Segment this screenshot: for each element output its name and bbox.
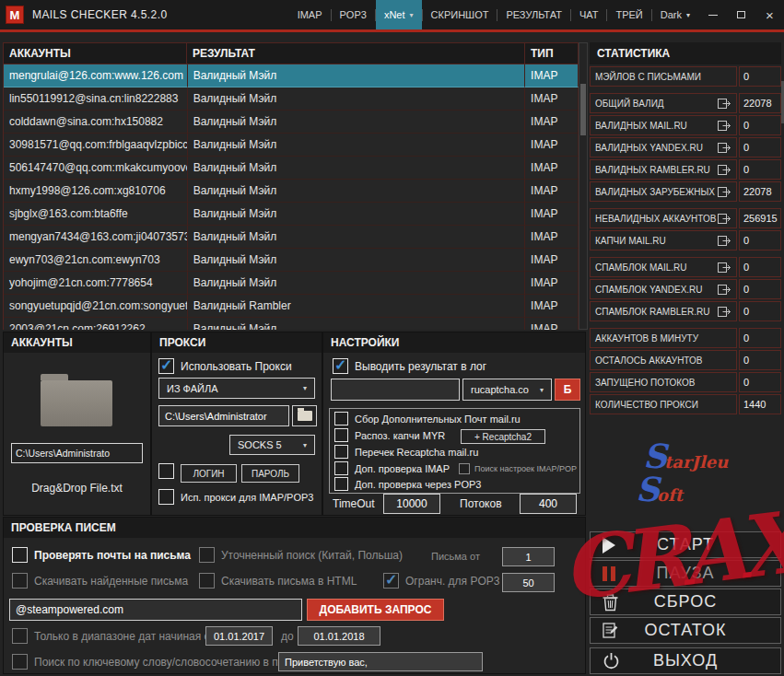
balance-button[interactable]: Б [555, 379, 580, 401]
menu-xnet-label: xNet [384, 9, 405, 20]
close-button[interactable]: × [755, 0, 784, 29]
export-icon[interactable] [718, 214, 731, 224]
pop3-limit-input[interactable] [502, 573, 555, 592]
captcha-service-select[interactable]: rucaptcha.co ▾ [462, 379, 552, 401]
download-letters-checkbox[interactable] [12, 573, 28, 589]
pause-button[interactable]: ПАУЗА [590, 560, 781, 587]
menu-screenshot[interactable]: СКРИНШОТ [423, 0, 497, 29]
export-icon[interactable] [718, 99, 731, 109]
captcha-key-input[interactable] [331, 379, 460, 401]
export-icon[interactable] [718, 307, 731, 317]
accounts-file-path[interactable]: C:\Users\Administrato [11, 443, 143, 463]
column-header-accounts[interactable]: АККАУНТЫ [3, 42, 187, 64]
stat-value: 0 [739, 230, 781, 251]
table-row[interactable]: yohojim@21cn.com:7778654Валидный МэйлIMA… [4, 272, 579, 295]
extra-check-pop3-checkbox[interactable] [334, 477, 348, 491]
table-row[interactable]: colddawn@sina.com:hx150882Валидный МэйлI… [4, 111, 579, 134]
add-query-button[interactable]: ДОБАВИТЬ ЗАПРОС [307, 599, 444, 621]
stat-value: 1440 [739, 394, 781, 414]
table-row[interactable]: ewyn703@21cn.com:ewyn703Валидный МэйлIMA… [4, 249, 579, 272]
table-row[interactable]: 506147470@qq.com:mkakcumyooveВалидный Мэ… [4, 157, 579, 180]
close-icon: × [766, 8, 774, 22]
minimize-button[interactable] [698, 0, 727, 29]
menu-chat[interactable]: ЧАТ [571, 0, 607, 29]
cell-account: ewyn703@21cn.com:ewyn703 [4, 249, 188, 272]
column-header-type[interactable]: ТИП [525, 42, 579, 64]
check-letters-checkbox[interactable] [12, 547, 28, 563]
stat-row: СПАМБЛОК YANDEX.RU0 [590, 279, 781, 299]
proxy-browse-button[interactable] [292, 405, 317, 426]
column-header-result[interactable]: РЕЗУЛЬТАТ [187, 42, 525, 64]
use-proxy-label: Использовать Прокси [181, 360, 292, 373]
pop3-limit-checkbox[interactable] [383, 573, 399, 589]
recheck-recaptcha-checkbox[interactable] [334, 445, 348, 459]
date-from-input[interactable] [205, 626, 273, 646]
table-row[interactable]: 2003@21cn.com:26912262Валидный МэйлIMAP [4, 318, 579, 330]
menu-result[interactable]: РЕЗУЛЬТАТ [497, 0, 569, 29]
threads-label: Потоков [460, 497, 502, 510]
search-settings-checkbox[interactable] [459, 463, 470, 474]
extra-check-imap-label: Доп. проверка IMAP [355, 463, 450, 474]
download-html-checkbox[interactable] [199, 573, 215, 589]
exit-button[interactable]: ВЫХОД [590, 647, 781, 674]
proxy-path-input[interactable] [158, 405, 289, 426]
export-icon[interactable] [718, 262, 731, 273]
reset-button[interactable]: СБРОС [590, 589, 781, 615]
table-scrollbar-thumb[interactable] [580, 84, 586, 135]
proxy-source-select[interactable]: ИЗ ФАЙЛА ▾ [158, 378, 315, 399]
date-to-input[interactable] [298, 626, 380, 646]
table-row[interactable]: mengrulai@126.com:www.126.comВалидный Мэ… [4, 64, 579, 87]
recognize-captcha-label: Распоз. капчи MYR [355, 430, 445, 441]
table-row[interactable]: 30981571@qq.com:frblgaaqvlzpbiccВалидный… [4, 134, 579, 157]
proxy-auth-checkbox[interactable] [158, 463, 174, 479]
timeout-input[interactable] [383, 494, 440, 514]
log-output-checkbox[interactable] [333, 358, 348, 374]
keyword-search-checkbox[interactable] [12, 654, 28, 670]
menu-tray[interactable]: ТРЕЙ [607, 0, 650, 29]
collect-mails-checkbox[interactable] [334, 412, 348, 425]
export-icon[interactable] [718, 165, 731, 175]
export-icon[interactable] [718, 121, 731, 131]
stat-label: ВАЛИДНЫХ MAIL.RU [590, 115, 737, 135]
cell-result: Валидный Мэйл [188, 134, 525, 157]
stat-label: КАПЧИ MAIL.RU [590, 230, 737, 251]
menu-xnet[interactable]: xNet ▾ [376, 0, 422, 29]
table-scrollbar[interactable] [579, 42, 588, 330]
letters-from-input[interactable] [502, 547, 555, 566]
export-icon[interactable] [718, 187, 731, 197]
table-row[interactable]: lin550119912@sina.cn:lin8222883Валидный … [4, 87, 579, 111]
theme-select[interactable]: Dark ▾ [652, 0, 698, 29]
remainder-button[interactable]: ОСТАТОК [590, 617, 781, 644]
recaptcha2-button[interactable]: + Recaptcha2 [461, 429, 545, 444]
proxy-password-field[interactable]: ПАРОЛЬ [241, 464, 299, 483]
export-icon[interactable] [718, 285, 731, 295]
refined-search-checkbox[interactable] [199, 547, 215, 563]
menu-imap[interactable]: IMAP [289, 0, 331, 29]
stat-label: ОСТАЛОСЬ АККАУНТОВ [590, 350, 737, 370]
query-input[interactable] [9, 599, 302, 621]
cell-type: IMAP [525, 134, 579, 157]
table-row[interactable]: hxmy1998@126.com:xg810706Валидный МэйлIM… [4, 180, 579, 203]
menu-pop3[interactable]: POP3 [332, 0, 375, 29]
stat-label: ЗАПУЩЕНО ПОТОКОВ [590, 372, 737, 392]
extra-check-imap-checkbox[interactable] [334, 461, 348, 475]
use-proxy-checkbox[interactable] [158, 358, 174, 374]
proxy-type-select[interactable]: SOCKS 5 ▾ [229, 435, 315, 455]
keyword-input[interactable] [278, 652, 483, 671]
threads-input[interactable] [520, 494, 577, 514]
pause-button-label: ПАУЗА [591, 564, 780, 583]
export-icon[interactable] [718, 143, 731, 153]
folder-icon[interactable] [41, 380, 112, 426]
date-range-checkbox[interactable] [12, 628, 28, 644]
table-row[interactable]: songyuetupqjd@21cn.com:songyuetВалидный … [4, 295, 579, 318]
extra-check-pop3-label: Доп. проверка через POP3 [355, 479, 481, 490]
table-row[interactable]: sjbglx@163.com:bta6ffeВалидный МэйлIMAP [4, 203, 579, 226]
table-row[interactable]: mengyan7434@163.com:ji04073573!Валидный … [4, 226, 579, 249]
check-letters-label: Проверять почты на письма [34, 549, 191, 562]
start-button[interactable]: СТАРТ [590, 531, 781, 558]
proxy-login-field[interactable]: ЛОГИН [181, 464, 237, 483]
proxy-for-imap-checkbox[interactable] [158, 489, 174, 505]
recognize-captcha-checkbox[interactable] [334, 428, 348, 442]
maximize-button[interactable] [727, 0, 755, 29]
export-icon[interactable] [718, 236, 731, 246]
